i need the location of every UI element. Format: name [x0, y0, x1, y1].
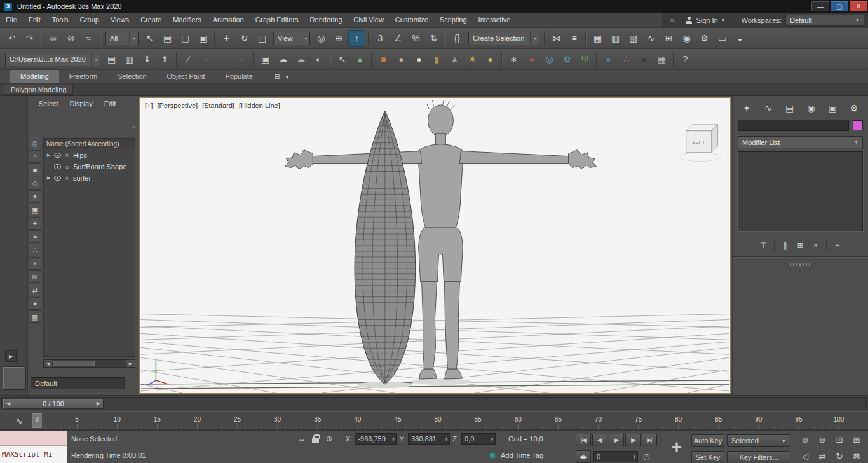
spinner-arrows-icon[interactable]: ▲▼	[391, 436, 395, 441]
snaps-toggle-icon[interactable]: 3	[372, 30, 389, 47]
toggle-ribbon-icon[interactable]: ▧	[625, 30, 642, 47]
menu-interactive[interactable]: Interactive	[473, 13, 517, 27]
undo-icon[interactable]: ↶	[3, 30, 20, 47]
ribbon-display-icon[interactable]: ⊟	[272, 72, 282, 82]
next-frame-arrow-icon[interactable]: ▶	[97, 401, 100, 406]
object-name-input[interactable]	[738, 120, 849, 131]
polygon-modeling-button[interactable]: Polygon Modeling	[4, 85, 73, 95]
fov-icon[interactable]: ◁	[797, 448, 813, 463]
frame-tick-40[interactable]: 40	[354, 416, 361, 423]
export-icon[interactable]: ⇑	[156, 51, 173, 68]
toolbar-overflow-icon[interactable]: »	[665, 15, 679, 25]
visibility-eye-icon[interactable]	[54, 164, 61, 169]
menu-tools[interactable]: Tools	[46, 13, 74, 27]
explorer-menu-select[interactable]: Select	[33, 100, 64, 107]
track-bar-ruler[interactable]: 0510152025303540455055606570758085909510…	[37, 412, 839, 429]
sun-icon[interactable]: ☀	[464, 51, 481, 68]
spinner-arrows-icon[interactable]: ▲▼	[491, 436, 494, 441]
selection-filter-dropdown[interactable]: All▼	[105, 32, 139, 45]
teal-gear-icon[interactable]: ⚙	[559, 51, 576, 68]
viewport-layout-thumbnail[interactable]	[3, 367, 25, 389]
perspective-viewport[interactable]: [+] [Perspective] [Standard] [Hidden Lin…	[139, 97, 731, 394]
frame-tick-90[interactable]: 90	[755, 416, 762, 423]
zoom-icon[interactable]: ⊙	[797, 432, 813, 447]
render-production-icon[interactable]: ◒	[731, 30, 749, 47]
flyout-arrow-icon[interactable]: ▶	[5, 350, 17, 362]
explorer-menu-display[interactable]: Display	[64, 100, 98, 107]
dot-icon-1[interactable]: •	[198, 51, 215, 68]
make-unique-icon[interactable]: ⊞	[794, 239, 808, 252]
rollout-grip[interactable]	[790, 263, 811, 266]
menu-customize[interactable]: Customize	[390, 13, 434, 27]
frame-tick-65[interactable]: 65	[555, 416, 562, 423]
explorer-overflow-icon[interactable]: »	[132, 123, 136, 130]
configure-modifier-sets-icon[interactable]: ≡	[831, 239, 844, 252]
cloud-alt-icon[interactable]: ☁	[292, 51, 309, 68]
pin-stack-icon[interactable]: ⊤	[757, 239, 771, 252]
minimize-button[interactable]: —	[811, 1, 829, 11]
frame-tick-55[interactable]: 55	[475, 416, 482, 423]
named-selection-sets-dropdown[interactable]: Create Selection Se▼	[468, 32, 539, 45]
previous-frame-arrow-icon[interactable]: ◀	[6, 401, 10, 406]
visibility-eye-icon[interactable]	[54, 153, 61, 158]
frame-tick-85[interactable]: 85	[715, 416, 722, 423]
blue-sphere-icon[interactable]: ●	[600, 51, 617, 68]
pen-icon[interactable]: ∕	[180, 51, 197, 68]
display-containers-icon[interactable]: ▦	[29, 310, 41, 323]
select-and-scale-icon[interactable]: ◰	[254, 30, 271, 47]
maxscript-mini-listener[interactable]: MAXScript Mi	[0, 431, 67, 463]
display-cameras-icon[interactable]: ▣	[29, 204, 41, 216]
help-icon[interactable]: ?	[677, 51, 694, 68]
frame-tick-10[interactable]: 10	[114, 416, 121, 423]
display-groups-icon[interactable]: ⊞	[29, 270, 41, 283]
schematic-view-icon[interactable]: ⊞	[660, 30, 677, 47]
unlink-selection-icon[interactable]: ⊘	[62, 30, 79, 47]
zoom-region-icon[interactable]: ⊞	[848, 432, 865, 447]
frame-tick-95[interactable]: 95	[795, 416, 802, 423]
scrollbar-thumb[interactable]	[53, 361, 95, 366]
explorer-sort-header[interactable]: Name (Sorted Ascending)	[44, 139, 135, 149]
explorer-menu-edit[interactable]: Edit	[98, 100, 122, 107]
ball-icon[interactable]: ●	[482, 51, 499, 68]
align-icon[interactable]: ≡	[566, 30, 583, 47]
maximize-button[interactable]: ▢	[831, 1, 848, 11]
ribbon-minimize-caret-icon[interactable]: ▾	[282, 72, 292, 82]
next-frame-icon[interactable]: |▶	[625, 434, 641, 446]
dot-icon-3[interactable]: •	[233, 51, 250, 68]
viewport-shading-menu[interactable]: [Hidden Line]	[239, 102, 280, 109]
display-tab-icon[interactable]: ▣	[825, 101, 840, 115]
viewport-scene[interactable]: LEFT	[140, 98, 730, 393]
frame-tick-25[interactable]: 25	[234, 416, 241, 423]
scroll-right-icon[interactable]: ▶	[126, 360, 135, 367]
display-particles-icon[interactable]: ∴	[29, 244, 41, 256]
atom-icon[interactable]: ◎	[541, 51, 558, 68]
frame-tick-60[interactable]: 60	[515, 416, 522, 423]
curve-editor-icon[interactable]: ∿	[642, 30, 660, 47]
ribbon-tab-populate[interactable]: Populate	[215, 70, 262, 83]
scroll-left-icon[interactable]: ◀	[44, 360, 52, 367]
frame-tick-100[interactable]: 100	[834, 416, 844, 423]
time-configuration-icon[interactable]: ◷	[641, 451, 652, 462]
frame-tick-20[interactable]: 20	[194, 416, 201, 423]
set-key-mode-icon[interactable]: +	[666, 436, 688, 459]
absolute-mode-transform-icon[interactable]: ⊕	[323, 433, 335, 445]
bind-to-space-warp-icon[interactable]: ≈	[80, 30, 97, 47]
reference-coordinate-dropdown[interactable]: View▼	[273, 32, 310, 45]
modify-tab-icon[interactable]: ∿	[761, 101, 776, 115]
object-color-swatch[interactable]	[853, 120, 863, 130]
hay-bale-icon[interactable]: ▮	[428, 51, 445, 68]
crate-icon[interactable]: ■	[375, 51, 392, 68]
percent-snap-icon[interactable]: %	[407, 30, 424, 47]
keyboard-shortcut-override-icon[interactable]: ↑	[348, 30, 365, 47]
frame-tick-70[interactable]: 70	[595, 416, 602, 423]
cursor-select-icon[interactable]: ↖	[334, 51, 351, 68]
camera-icon[interactable]: ▣	[257, 51, 274, 68]
frame-tick-50[interactable]: 50	[434, 416, 441, 423]
explorer-row[interactable]: ▶×surfer	[44, 172, 135, 184]
menu-create[interactable]: Create	[135, 13, 167, 27]
select-by-name-icon[interactable]: ▤	[159, 30, 176, 47]
transform-arrows-icon[interactable]: ↔	[296, 433, 308, 445]
select-object-icon[interactable]: ↖	[141, 30, 158, 47]
ribbon-tab-modeling[interactable]: Modeling	[10, 70, 59, 83]
cloud-icon[interactable]: ☁	[275, 51, 292, 68]
